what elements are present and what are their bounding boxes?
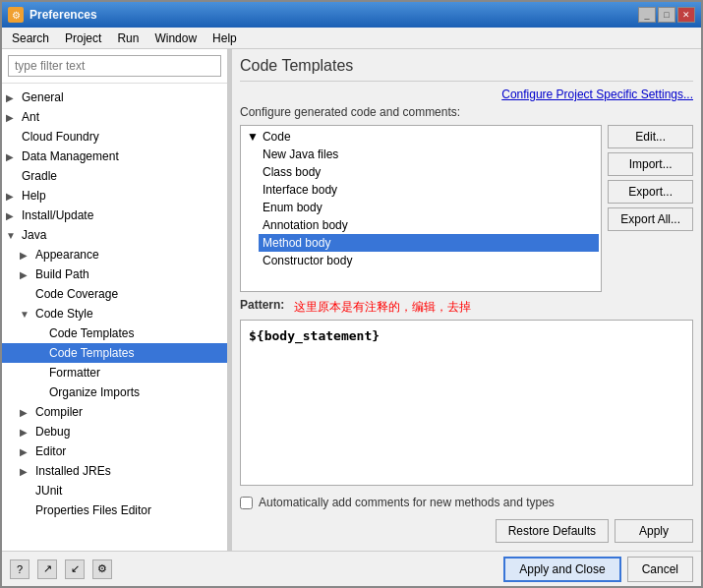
configure-desc: Configure generated code and comments: — [240, 105, 693, 119]
arrow-data-management: ▶ — [6, 151, 20, 162]
label-data-management: Data Management — [20, 149, 119, 163]
menu-search[interactable]: Search — [6, 29, 55, 47]
tree-item-compiler[interactable]: ▶ Compiler — [2, 402, 227, 422]
pattern-content: ${body_statement} — [249, 328, 380, 343]
tree-item-general[interactable]: ▶ General — [2, 88, 227, 107]
tree-item-gradle[interactable]: Gradle — [2, 166, 227, 186]
tree-item-code-coverage[interactable]: Code Coverage — [2, 284, 227, 304]
arrow-compiler: ▶ — [20, 407, 33, 418]
apply-close-button[interactable]: Apply and Close — [503, 557, 620, 582]
panel-title: Code Templates — [240, 57, 693, 82]
title-bar-left: ⚙ Preferences — [8, 7, 97, 23]
preferences-icon: ⚙ — [8, 7, 24, 23]
code-item-constructor-body[interactable]: Constructor body — [259, 252, 599, 269]
export-button[interactable]: Export... — [608, 180, 693, 204]
label-formatter: Formatter — [47, 366, 100, 380]
tree-item-build-path[interactable]: ▶ Build Path — [2, 265, 227, 284]
tree-item-data-management[interactable]: ▶ Data Management — [2, 147, 227, 166]
annotation-row: Automatically add comments for new metho… — [240, 496, 693, 509]
arrow-editor: ▶ — [20, 446, 33, 457]
label-compiler: Compiler — [33, 405, 83, 419]
tree-item-clean-up[interactable]: Code Templates — [2, 323, 227, 343]
title-bar: ⚙ Preferences _ □ ✕ — [2, 2, 701, 28]
code-item-new-java[interactable]: New Java files — [259, 146, 599, 163]
code-item-annotation-body[interactable]: Annotation body — [259, 216, 599, 234]
label-debug: Debug — [33, 425, 70, 439]
tree-item-ant[interactable]: ▶ Ant — [2, 107, 227, 127]
import-button[interactable]: Import... — [608, 152, 693, 176]
pattern-label: Pattern: — [240, 298, 284, 312]
pattern-text-area[interactable]: ${body_statement} — [240, 320, 693, 486]
menu-bar: Search Project Run Window Help — [2, 28, 701, 49]
tree-item-debug[interactable]: ▶ Debug — [2, 422, 227, 441]
label-help: Help — [20, 189, 46, 203]
code-item-method-body[interactable]: Method body — [259, 234, 599, 252]
tree-item-appearance[interactable]: ▶ Appearance — [2, 245, 227, 265]
restore-defaults-button[interactable]: Restore Defaults — [496, 519, 609, 543]
main-content: ▶ General ▶ Ant Cloud Foundry — [2, 49, 701, 551]
tree-item-properties-files-editor[interactable]: Properties Files Editor — [2, 500, 227, 520]
menu-window[interactable]: Window — [148, 29, 203, 47]
code-group-label: Code — [263, 130, 291, 144]
close-button[interactable]: ✕ — [677, 7, 695, 23]
minimize-button[interactable]: _ — [638, 7, 656, 23]
export-prefs-icon[interactable]: ↗ — [37, 559, 57, 579]
code-template-tree: ▼ Code New Java files Class body Interfa… — [240, 125, 602, 292]
code-item-interface-body[interactable]: Interface body — [259, 181, 599, 199]
preferences-window: ⚙ Preferences _ □ ✕ Search Project Run W… — [0, 0, 703, 588]
cancel-button[interactable]: Cancel — [627, 557, 693, 582]
filter-box — [2, 49, 227, 84]
tree-item-code-templates[interactable]: Code Templates — [2, 343, 227, 363]
arrow-debug: ▶ — [20, 427, 33, 438]
label-java: Java — [20, 228, 46, 242]
arrow-general: ▶ — [6, 92, 20, 103]
code-item-class-body[interactable]: Class body — [259, 163, 599, 181]
arrow-appearance: ▶ — [20, 250, 33, 261]
export-all-button[interactable]: Export All... — [608, 207, 693, 231]
edit-button[interactable]: Edit... — [608, 125, 693, 148]
label-build-path: Build Path — [33, 267, 89, 281]
restore-apply-row: Restore Defaults Apply — [240, 519, 693, 543]
label-editor: Editor — [33, 444, 66, 458]
tree-item-installed-jres[interactable]: ▶ Installed JREs — [2, 461, 227, 481]
label-code-templates: Code Templates — [47, 346, 135, 360]
label-appearance: Appearance — [33, 248, 99, 262]
tree-item-java[interactable]: ▼ Java — [2, 225, 227, 245]
arrow-java: ▼ — [6, 230, 20, 241]
configure-link[interactable]: Configure Project Specific Settings... — [240, 88, 693, 101]
code-action-buttons: Edit... Import... Export... Export All..… — [608, 125, 693, 292]
import-prefs-icon[interactable]: ↙ — [65, 559, 85, 579]
settings-icon[interactable]: ⚙ — [92, 559, 112, 579]
code-group-arrow: ▼ — [247, 130, 259, 144]
footer-right: Apply and Close Cancel — [503, 557, 693, 582]
window-controls: _ □ ✕ — [638, 7, 695, 23]
maximize-button[interactable]: □ — [658, 7, 675, 23]
menu-help[interactable]: Help — [206, 29, 243, 47]
menu-project[interactable]: Project — [59, 29, 107, 47]
tree-item-junit[interactable]: JUnit — [2, 481, 227, 500]
tree-item-editor[interactable]: ▶ Editor — [2, 441, 227, 461]
annotation-label: Automatically add comments for new metho… — [259, 496, 555, 509]
help-icon[interactable]: ? — [10, 559, 29, 579]
filter-input[interactable] — [8, 55, 221, 77]
apply-button[interactable]: Apply — [615, 519, 693, 543]
tree-item-help[interactable]: ▶ Help — [2, 186, 227, 206]
right-panel: Code Templates Configure Project Specifi… — [232, 49, 701, 551]
menu-run[interactable]: Run — [111, 29, 145, 47]
tree-item-formatter[interactable]: Formatter — [2, 363, 227, 382]
tree-item-organize-imports[interactable]: Organize Imports — [2, 382, 227, 402]
code-group[interactable]: ▼ Code — [243, 128, 599, 146]
arrow-install-update: ▶ — [6, 210, 20, 221]
code-children: New Java files Class body Interface body… — [243, 146, 599, 269]
code-section: ▼ Code New Java files Class body Interfa… — [240, 125, 693, 292]
tree-item-cloud-foundry[interactable]: Cloud Foundry — [2, 127, 227, 147]
label-general: General — [20, 90, 64, 104]
label-clean-up: Code Templates — [47, 326, 135, 340]
label-ant: Ant — [20, 110, 39, 124]
code-item-enum-body[interactable]: Enum body — [259, 199, 599, 216]
footer: ? ↗ ↙ ⚙ Apply and Close Cancel — [2, 551, 701, 586]
annotation-checkbox[interactable] — [240, 497, 253, 509]
tree-item-code-style[interactable]: ▼ Code Style — [2, 304, 227, 323]
tree-item-install-update[interactable]: ▶ Install/Update — [2, 206, 227, 225]
label-install-update: Install/Update — [20, 208, 93, 222]
